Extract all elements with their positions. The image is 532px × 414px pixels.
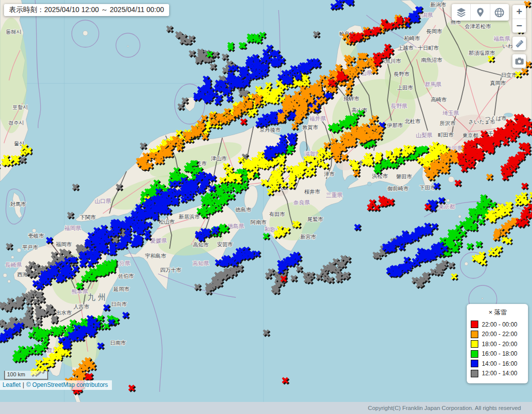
map-label: 所沢市 — [440, 120, 456, 126]
map-toolbar — [452, 4, 509, 21]
layers-button[interactable] — [452, 4, 471, 21]
map-label: 奈良県 — [294, 199, 310, 205]
legend: × 落雷 22:00 - 00:0020:00 - 22:0018:00 - 2… — [467, 304, 528, 383]
map-label: 新潟県 — [417, 12, 433, 18]
legend-swatch — [471, 321, 478, 328]
map-label: 長崎県 — [6, 262, 22, 268]
map-label: 有田市 — [269, 211, 285, 217]
map-label: 富山県 — [356, 70, 372, 76]
map-label: 울산 — [14, 140, 25, 146]
legend-title: × 落雷 — [471, 308, 525, 317]
map-label: 三島市 — [436, 156, 452, 162]
zoom-in-button[interactable]: + — [512, 5, 526, 19]
copyright-footer: Copyright(C) Franklin Japan Corporation.… — [0, 402, 532, 414]
map-label: 岡山市 — [208, 185, 224, 191]
legend-item: 20:00 - 22:00 — [471, 331, 525, 338]
map-label: 敦賀市 — [302, 124, 318, 130]
legend-marker-symbol: × — [488, 308, 492, 316]
legend-label: 20:00 - 22:00 — [482, 331, 517, 338]
display-time-label: 表示時刻：2025/04/10 12:00 ～ 2025/04/11 00:00 — [4, 4, 169, 16]
map-label: 平戸市 — [22, 244, 38, 250]
legend-item: 14:00 - 16:00 — [471, 360, 525, 367]
camera-icon — [514, 56, 525, 67]
map-canvas[interactable]: 동해시포항시경주시울산対馬市壱岐市平戸市長崎県西海市福岡県福岡市九州熊本県大分県… — [0, 0, 532, 402]
map-label: 桜井市 — [304, 188, 320, 194]
globe-icon — [493, 7, 505, 19]
map-label: 日向市 — [111, 301, 127, 307]
map-label: 会津若松市 — [465, 23, 491, 29]
legend-label: 12:00 - 14:00 — [482, 370, 517, 377]
map-label: 大阪市 — [278, 184, 294, 190]
location-pin-icon — [475, 7, 486, 18]
map-label: 上田市 — [397, 84, 413, 90]
map-label: 浜松市 — [372, 173, 388, 179]
map-label: 十日町市 — [418, 45, 439, 51]
map-label: 和歌山県 — [264, 227, 287, 233]
measure-button[interactable] — [512, 37, 526, 50]
map-label: 高知市 — [193, 242, 209, 248]
legend-label: 16:00 - 18:00 — [482, 350, 517, 357]
map-label: 津市 — [324, 171, 335, 177]
legend-label: 18:00 - 20:00 — [482, 341, 517, 348]
map-label: 安芸市 — [217, 241, 233, 247]
map-label: 포항시 — [12, 104, 28, 110]
legend-item: 18:00 - 20:00 — [471, 340, 525, 348]
scale-bar: 100 km — [4, 371, 48, 380]
map-label: 伊那市 — [386, 122, 403, 128]
map-label: 神奈川県 — [441, 145, 463, 151]
map-label: 경주시 — [8, 120, 24, 126]
map-label: 滋賀県 — [305, 151, 321, 157]
map-label: 徳島県 — [228, 223, 244, 229]
map-label: 東京都 — [439, 203, 455, 210]
map-label: 山梨県 — [416, 132, 433, 138]
map-label: 東京都 — [462, 132, 478, 138]
legend-swatch — [471, 350, 478, 358]
legend-swatch — [471, 370, 478, 377]
ruler-icon — [514, 38, 525, 49]
map-label: 長岡市 — [426, 28, 442, 34]
map-label: 福山市 — [187, 185, 203, 191]
map-label: 長野市 — [393, 71, 410, 77]
map-label: 福岡市 — [56, 241, 72, 247]
map-label: 下関市 — [79, 214, 96, 220]
map-label: 四万十市 — [160, 267, 182, 273]
map-label: 豊田市 — [359, 160, 375, 166]
map-label: 北杜市 — [404, 118, 421, 124]
attribution-bar: Leaflet|© OpenStreetMap contributors — [0, 380, 112, 390]
map-label: 柏崎市 — [404, 35, 420, 41]
map-label: 京丹後市 — [259, 127, 281, 133]
leaflet-link[interactable]: Leaflet — [3, 381, 21, 388]
map-label: 新居浜市 — [179, 214, 200, 220]
zoom-out-button[interactable]: − — [512, 19, 526, 33]
map-label: 津山市 — [211, 155, 227, 161]
legend-item: 16:00 - 18:00 — [471, 350, 525, 358]
map-label: 高山市 — [351, 107, 367, 113]
legend-item: 22:00 - 00:00 — [471, 321, 525, 328]
map-label: 上越市 — [397, 45, 414, 51]
map-label: 大分県 — [114, 260, 130, 266]
layers-icon — [455, 7, 467, 19]
map-label: 対馬市 — [10, 201, 26, 207]
globe-button[interactable] — [490, 4, 509, 21]
map-label: 町田市 — [438, 132, 454, 138]
map-label: 群馬県 — [425, 81, 442, 87]
map-label: 高崎市 — [431, 96, 447, 102]
map-label: 日立市 — [501, 72, 517, 78]
legend-label: 14:00 - 16:00 — [482, 360, 517, 367]
screenshot-button[interactable] — [512, 54, 526, 68]
map-label: 出水市 — [56, 309, 72, 316]
map-label: 福井県 — [310, 116, 326, 122]
map-label: 磐田市 — [396, 173, 412, 179]
location-button[interactable] — [471, 4, 490, 21]
zoom-control: + − — [512, 5, 526, 33]
map-label: 新見市 — [191, 160, 207, 166]
map-label: 日南市 — [110, 340, 126, 346]
map-label: 阿南市 — [250, 219, 267, 225]
legend-swatch — [471, 360, 478, 367]
map-label: 西海市 — [17, 271, 33, 277]
map-label: 伊東市 — [431, 168, 448, 174]
map-label: 御前崎市 — [387, 185, 409, 191]
osm-link[interactable]: © OpenStreetMap contributors — [26, 381, 108, 388]
map-label: 壱岐市 — [28, 233, 44, 239]
legend-title-text: 落雷 — [494, 308, 507, 316]
